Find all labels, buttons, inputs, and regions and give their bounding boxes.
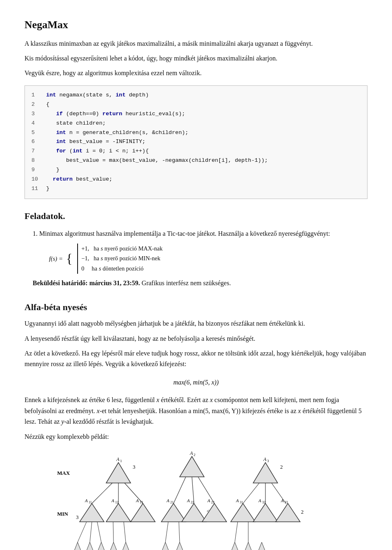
alfabeta-p3: Az ötlet a következő. Ha egy lépésről má… bbox=[24, 348, 368, 370]
line-A3-A33 bbox=[272, 483, 286, 503]
line-A12-l2 bbox=[124, 522, 126, 542]
leaf-A31-2 bbox=[243, 542, 254, 550]
line-A21-l2 bbox=[179, 522, 180, 542]
deadline-label: Beküldési határidő: március 31, 23:59. bbox=[33, 279, 140, 286]
node-A31-min bbox=[231, 503, 255, 522]
feladatok-title: Feladatok. bbox=[24, 209, 368, 224]
label-A12-sub: 12 bbox=[115, 501, 118, 504]
label-A12: A bbox=[111, 498, 114, 503]
label-A33: A bbox=[281, 498, 284, 503]
piecewise-cases: +1, ha s nyerő pozíció MAX-nak −1, ha s … bbox=[77, 244, 163, 274]
line-A12-l1 bbox=[113, 522, 114, 542]
task-1-heuristic-text: Használja a következő nyereségfüggvényt: bbox=[218, 230, 330, 237]
label-A3-sub: 3 bbox=[267, 459, 269, 463]
val-2-A3: 2 bbox=[280, 464, 283, 470]
label-A1: A bbox=[116, 456, 120, 462]
deadline-text: Beküldési határidő: március 31, 23:59. G… bbox=[33, 278, 368, 288]
p4-text-1: Ennek a kifejezésnek az értéke 6 lesz, f… bbox=[24, 396, 156, 403]
label-A32: A bbox=[258, 498, 261, 503]
p4-text-2: értékétől. Ezért az bbox=[159, 396, 210, 403]
line-A21-l1 bbox=[165, 522, 168, 542]
val-2-A33: 2 bbox=[301, 509, 304, 515]
node-A12-min bbox=[106, 503, 131, 522]
alfabeta-p2: A lenyesendő részfát úgy kell kiválaszta… bbox=[24, 333, 368, 344]
label-A23-sub: 23 bbox=[211, 501, 214, 504]
task-1-text: 1. Minimax algoritmust használva impleme… bbox=[33, 228, 368, 239]
line-A11-l3 bbox=[97, 522, 101, 542]
line-A31-l1 bbox=[235, 522, 238, 542]
line-A3-A31 bbox=[243, 483, 259, 503]
node-A3 bbox=[253, 463, 278, 483]
code-block: 1 int negamax(state s, int depth) 2 { 3 … bbox=[24, 85, 368, 199]
leaf-A11-1 bbox=[72, 542, 83, 550]
label-A11: A bbox=[85, 498, 88, 503]
feladatok-section: Feladatok. 1. Minimax algoritmust haszná… bbox=[24, 209, 368, 288]
label-A2: A bbox=[189, 450, 193, 456]
p4-x4: x bbox=[298, 407, 301, 414]
intro-paragraph-2: Kis módosítással egyszerűsíteni lehet a … bbox=[24, 53, 368, 64]
p4-text-6: -al kezdődő részfát is levághatjuk. bbox=[64, 418, 154, 425]
line-A11-l2 bbox=[90, 522, 92, 542]
node-A23-min bbox=[202, 503, 227, 522]
label-A3: A bbox=[263, 456, 267, 462]
line-A1-A11 bbox=[92, 483, 112, 503]
alfabeta-p5: Nézzük egy komplexebb példát: bbox=[24, 432, 368, 442]
label-A2-sub: 2 bbox=[194, 453, 196, 457]
node-A22-min bbox=[182, 503, 206, 522]
deadline-suffix: Grafikus interfész nem szükséges. bbox=[142, 279, 231, 286]
val-3-A1: 3 bbox=[133, 464, 136, 470]
node-A21-min bbox=[161, 503, 186, 522]
alfabeta-p4: Ennek a kifejezésnek az értéke 6 lesz, f… bbox=[24, 395, 368, 427]
leaf-A11-3 bbox=[96, 542, 107, 550]
piecewise-case-2: −1, ha s nyerő pozíció MIN-nek bbox=[81, 253, 160, 264]
p4-x1: x bbox=[156, 396, 159, 403]
leaf-A11-2 bbox=[85, 542, 95, 550]
alfabeta-p1: Ugyanannyi idő alatt nagyobb mélységben … bbox=[24, 318, 368, 329]
label-A33-sub: 33 bbox=[285, 501, 288, 504]
leaf-A12-1 bbox=[108, 542, 119, 550]
label-A11-sub: 11 bbox=[89, 501, 92, 504]
label-A31: A bbox=[236, 498, 239, 503]
label-A31-sub: 31 bbox=[240, 501, 243, 504]
line-A2-A21 bbox=[174, 477, 186, 503]
node-A2 bbox=[180, 456, 204, 477]
label-A32-sub: 32 bbox=[262, 501, 265, 504]
tree-svg: MAX MIN A 1 3 A 2 A 3 2 bbox=[53, 450, 339, 550]
leaf-A31-3 bbox=[256, 542, 267, 550]
line-A2-A23 bbox=[198, 477, 214, 503]
p4-text-4: -et tehát lenyeshetjük. Hasonlóan a min(… bbox=[100, 407, 298, 414]
page-title: NegaMax bbox=[24, 16, 368, 34]
leaf-A31-1 bbox=[229, 542, 240, 550]
tree-diagram: MAX MIN A 1 3 A 2 A 3 2 bbox=[24, 450, 368, 550]
min-label: MIN bbox=[57, 511, 68, 517]
label-A13: A bbox=[136, 498, 139, 503]
leaf-A21-2 bbox=[174, 542, 185, 550]
node-A13-min bbox=[131, 503, 155, 522]
label-A1-sub: 1 bbox=[120, 459, 122, 463]
val-3-left: 3 bbox=[76, 514, 79, 520]
label-A22: A bbox=[187, 498, 190, 503]
label-A21: A bbox=[166, 498, 169, 503]
math-expression: max(6, min(5, x)) bbox=[24, 377, 368, 388]
leaf-A12-2 bbox=[120, 542, 131, 550]
line-A11-l1 bbox=[78, 522, 87, 542]
task-1-main: Minimax algoritmust használva implementá… bbox=[39, 230, 216, 237]
label-A22-sub: 22 bbox=[191, 501, 194, 504]
intro-paragraph-1: A klasszikus minimaxban az egyik játékos… bbox=[24, 38, 368, 49]
node-A11-min bbox=[80, 503, 104, 522]
intro-paragraph-3: Vegyük észre, hogy az algoritmus komplex… bbox=[24, 68, 368, 78]
task-1-number: 1. bbox=[33, 230, 38, 237]
label-A13-sub: 13 bbox=[140, 501, 143, 504]
piecewise-label: f(s) = bbox=[49, 254, 63, 264]
piecewise-case-3: 0 ha s döntetlen pozíció bbox=[81, 264, 143, 274]
label-A21-sub: 21 bbox=[170, 501, 174, 504]
alfabeta-title: Alfa-béta nyesés bbox=[24, 300, 368, 314]
node-A33-min bbox=[276, 503, 300, 522]
label-A23: A bbox=[207, 498, 210, 503]
piecewise-math: f(s) = { +1, ha s nyerő pozíció MAX-nak … bbox=[49, 244, 368, 274]
line-A2-A22 bbox=[192, 477, 194, 503]
piecewise-case-1: +1, ha s nyerő pozíció MAX-nak bbox=[81, 244, 163, 254]
p4-x3: x bbox=[97, 407, 100, 414]
leaf-A21-1 bbox=[160, 542, 171, 550]
node-A32-min bbox=[253, 503, 278, 522]
